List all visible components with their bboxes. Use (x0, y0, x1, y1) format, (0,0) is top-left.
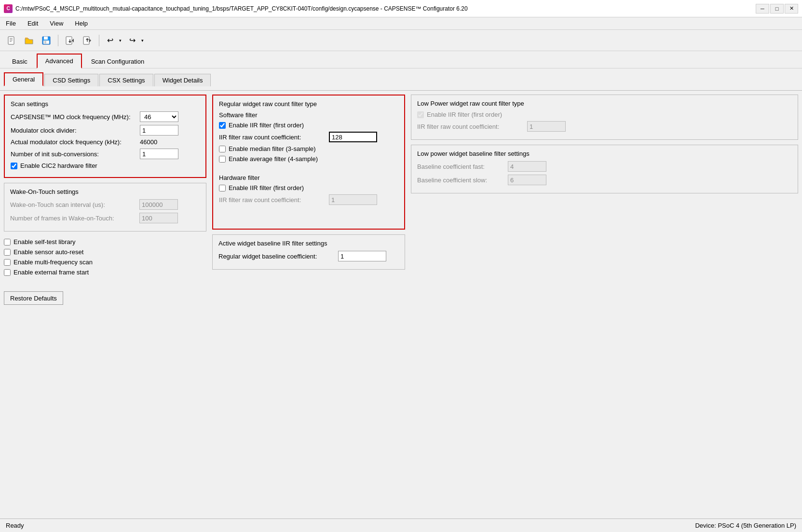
title-bar: C C:/mtw/PSoC_4_MSCLP_multitouch_mutual-… (0, 0, 802, 17)
baseline-coeff-input[interactable] (338, 251, 386, 261)
ext-frame-checkbox[interactable] (4, 269, 11, 276)
actual-mod-row: Actual modulator clock frequency (kHz): … (11, 138, 200, 146)
main-content: Scan settings CAPSENSE™ IMO clock freque… (0, 91, 802, 309)
avg-filter-row: Enable average filter (4-sample) (219, 155, 398, 163)
regular-widget-filter-panel: Regular widget raw count filter type Sof… (212, 95, 405, 230)
ext-frame-row: Enable external frame start (4, 269, 206, 276)
iir-coeff-label: IIR filter raw count coefficient: (219, 134, 325, 141)
menu-bar: File Edit View Help (0, 17, 802, 30)
tab-csx-settings[interactable]: CSX Settings (99, 74, 153, 86)
scan-settings-panel: Scan settings CAPSENSE™ IMO clock freque… (4, 95, 206, 178)
new-button[interactable] (4, 33, 19, 48)
svg-rect-9 (83, 37, 89, 44)
baseline-slow-label: Baseline coefficient slow: (417, 177, 504, 184)
tab-csd-settings[interactable]: CSD Settings (44, 74, 98, 86)
save-button[interactable] (39, 33, 54, 48)
cic2-row: Enable CIC2 hardware filter (11, 162, 200, 169)
open-button[interactable] (21, 33, 37, 48)
hw-iir-filter-label[interactable]: Enable IIR filter (first order) (229, 184, 304, 191)
lp-iir-filter-label[interactable]: Enable IIR filter (first order) (427, 111, 502, 118)
self-test-checkbox[interactable] (4, 239, 11, 246)
num-init-input[interactable] (140, 149, 178, 159)
iir-coeff-row: IIR filter raw count coefficient: (219, 132, 398, 142)
avg-filter-checkbox[interactable] (219, 156, 226, 163)
self-test-label[interactable]: Enable self-test library (14, 238, 76, 246)
self-test-row: Enable self-test library (4, 238, 206, 246)
lp-iir-coeff-label: IIR filter raw count coefficient: (417, 123, 523, 130)
num-frames-input[interactable] (139, 213, 178, 223)
title-text: C:/mtw/PSoC_4_MSCLP_multitouch_mutual-ca… (15, 5, 468, 12)
regular-widget-filter-title: Regular widget raw count filter type (219, 100, 398, 108)
median-filter-checkbox[interactable] (219, 146, 226, 152)
actual-mod-label: Actual modulator clock frequency (kHz): (11, 138, 136, 146)
tab-widget-details[interactable]: Widget Details (154, 74, 211, 86)
baseline-coeff-label: Regular widget baseline coefficient: (218, 253, 334, 260)
menu-edit[interactable]: Edit (26, 19, 40, 28)
avg-filter-label[interactable]: Enable average filter (4-sample) (229, 155, 318, 163)
sensor-reset-checkbox[interactable] (4, 249, 11, 256)
status-bar: Ready Device: PSoC 4 (5th Generation LP) (0, 518, 802, 532)
cic2-label[interactable]: Enable CIC2 hardware filter (20, 162, 97, 169)
sub-tabs: General CSD Settings CSX Settings Widget… (4, 72, 798, 86)
tab-advanced[interactable]: Advanced (37, 54, 82, 68)
scan-interval-input[interactable] (139, 199, 178, 210)
svg-rect-8 (66, 37, 72, 44)
main-tabs: Basic Advanced Scan Configuration (0, 51, 802, 68)
hw-iir-filter-checkbox[interactable] (219, 185, 226, 191)
menu-view[interactable]: View (48, 19, 65, 28)
restore-defaults-button[interactable]: Restore Defaults (4, 291, 63, 305)
ext-frame-label[interactable]: Enable external frame start (14, 269, 89, 276)
menu-file[interactable]: File (4, 19, 18, 28)
median-filter-label[interactable]: Enable median filter (3-sample) (229, 145, 316, 152)
active-widget-baseline-panel: Active widget baseline IIR filter settin… (212, 234, 405, 270)
iir-coeff-input[interactable] (329, 132, 377, 142)
lp-iir-filter-checkbox[interactable] (417, 111, 424, 118)
wake-on-touch-title: Wake-On-Touch settings (10, 188, 200, 195)
sensor-reset-label[interactable]: Enable sensor auto-reset (14, 248, 83, 256)
mod-div-input[interactable] (140, 125, 178, 136)
num-frames-row: Number of frames in Wake-on-Touch: (10, 213, 200, 223)
redo-dropdown[interactable]: ▾ (139, 33, 146, 48)
left-column: Scan settings CAPSENSE™ IMO clock freque… (4, 95, 206, 305)
baseline-fast-input[interactable] (508, 161, 546, 172)
num-init-row: Number of init sub-conversions: (11, 149, 200, 159)
lp-iir-filter-row: Enable IIR filter (first order) (417, 111, 792, 118)
toolbar-separator-1 (58, 35, 58, 46)
menu-help[interactable]: Help (73, 19, 90, 28)
low-power-baseline-panel: Low power widget baseline filter setting… (411, 145, 798, 193)
hw-iir-coeff-input[interactable] (329, 194, 377, 205)
close-button[interactable]: ✕ (785, 4, 798, 14)
middle-column: Regular widget raw count filter type Sof… (212, 95, 405, 305)
wake-on-touch-panel: Wake-On-Touch settings Wake-on-Touch sca… (4, 183, 206, 232)
undo-button[interactable]: ↩ (103, 33, 117, 48)
tab-general[interactable]: General (4, 72, 43, 86)
multi-freq-checkbox[interactable] (4, 259, 11, 266)
tab-basic[interactable]: Basic (4, 55, 36, 68)
iir-filter-checkbox[interactable] (219, 122, 226, 129)
scan-interval-row: Wake-on-Touch scan interval (us): (10, 199, 200, 210)
right-column: Low Power widget raw count filter type E… (411, 95, 798, 305)
baseline-slow-input[interactable] (508, 175, 546, 185)
minimize-button[interactable]: ─ (756, 4, 769, 14)
svg-rect-5 (44, 37, 48, 40)
multi-freq-label[interactable]: Enable multi-frequency scan (14, 259, 93, 266)
imo-select[interactable]: 46 48 24 (140, 111, 178, 122)
toolbar: ↩ ▾ ↪ ▾ (0, 30, 802, 51)
scan-settings-title: Scan settings (11, 100, 200, 108)
redo-group: ↪ ▾ (125, 33, 146, 48)
maximize-button[interactable]: □ (770, 4, 784, 14)
iir-filter-label[interactable]: Enable IIR filter (first order) (229, 122, 304, 129)
export-button[interactable] (80, 33, 95, 48)
tab-scan-configuration[interactable]: Scan Configuration (83, 55, 153, 68)
undo-dropdown[interactable]: ▾ (117, 33, 123, 48)
lp-iir-coeff-input[interactable] (527, 121, 566, 132)
title-bar-left: C C:/mtw/PSoC_4_MSCLP_multitouch_mutual-… (4, 4, 468, 13)
redo-button[interactable]: ↪ (125, 33, 139, 48)
iir-filter-row: Enable IIR filter (first order) (219, 122, 398, 129)
mod-div-label: Modulator clock divider: (11, 127, 136, 134)
hw-iir-coeff-row: IIR filter raw count coefficient: (219, 194, 398, 205)
cic2-checkbox[interactable] (11, 163, 17, 169)
baseline-slow-row: Baseline coefficient slow: (417, 175, 792, 185)
import-button[interactable] (62, 33, 78, 48)
toolbar-separator-2 (99, 35, 99, 46)
